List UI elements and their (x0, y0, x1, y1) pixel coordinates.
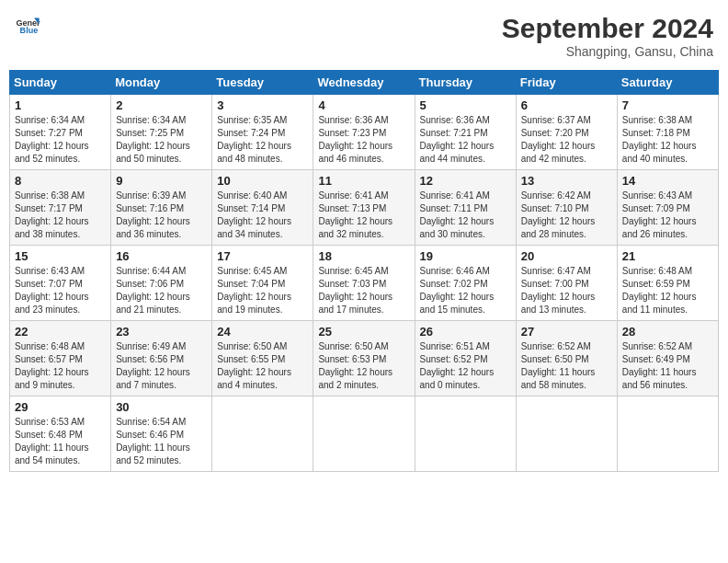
title-block: September 2024 Shangping, Gansu, China (502, 13, 713, 59)
day-info: Sunrise: 6:34 AM Sunset: 7:27 PM Dayligh… (15, 114, 106, 166)
day-number: 6 (521, 98, 612, 112)
calendar-cell: 12 Sunrise: 6:41 AM Sunset: 7:11 PM Dayl… (415, 170, 516, 246)
day-number: 20 (521, 249, 612, 263)
calendar-cell: 28 Sunrise: 6:52 AM Sunset: 6:49 PM Dayl… (617, 321, 718, 396)
calendar-cell: 14 Sunrise: 6:43 AM Sunset: 7:09 PM Dayl… (617, 170, 718, 246)
day-number: 3 (217, 98, 308, 112)
day-number: 21 (622, 249, 713, 263)
calendar-cell: 25 Sunrise: 6:50 AM Sunset: 6:53 PM Dayl… (313, 321, 415, 396)
location-subtitle: Shangping, Gansu, China (502, 44, 713, 59)
calendar-cell (212, 396, 313, 472)
calendar-cell: 3 Sunrise: 6:35 AM Sunset: 7:24 PM Dayli… (212, 95, 313, 170)
day-number: 13 (521, 174, 612, 188)
day-info: Sunrise: 6:38 AM Sunset: 7:17 PM Dayligh… (15, 190, 106, 241)
calendar-cell (415, 396, 516, 472)
day-info: Sunrise: 6:51 AM Sunset: 6:52 PM Dayligh… (420, 340, 511, 392)
day-info: Sunrise: 6:52 AM Sunset: 6:49 PM Dayligh… (622, 340, 713, 392)
calendar-cell: 7 Sunrise: 6:38 AM Sunset: 7:18 PM Dayli… (617, 95, 718, 170)
day-info: Sunrise: 6:36 AM Sunset: 7:23 PM Dayligh… (318, 114, 409, 166)
day-number: 7 (622, 98, 713, 112)
calendar-cell: 13 Sunrise: 6:42 AM Sunset: 7:10 PM Dayl… (516, 170, 617, 246)
day-number: 14 (622, 174, 713, 188)
calendar-cell (313, 396, 415, 472)
col-tuesday: Tuesday (212, 71, 313, 95)
calendar-cell: 1 Sunrise: 6:34 AM Sunset: 7:27 PM Dayli… (10, 95, 111, 170)
day-info: Sunrise: 6:39 AM Sunset: 7:16 PM Dayligh… (116, 190, 207, 241)
svg-text:Blue: Blue (20, 26, 39, 35)
calendar-cell: 9 Sunrise: 6:39 AM Sunset: 7:16 PM Dayli… (111, 170, 212, 246)
day-info: Sunrise: 6:53 AM Sunset: 6:48 PM Dayligh… (15, 416, 106, 467)
day-info: Sunrise: 6:41 AM Sunset: 7:11 PM Dayligh… (420, 190, 511, 241)
calendar-cell (617, 396, 718, 472)
day-info: Sunrise: 6:42 AM Sunset: 7:10 PM Dayligh… (521, 190, 612, 241)
day-info: Sunrise: 6:37 AM Sunset: 7:20 PM Dayligh… (521, 114, 612, 166)
calendar-cell: 22 Sunrise: 6:48 AM Sunset: 6:57 PM Dayl… (10, 321, 111, 396)
day-info: Sunrise: 6:54 AM Sunset: 6:46 PM Dayligh… (116, 416, 207, 467)
day-number: 27 (521, 325, 612, 339)
calendar-cell: 11 Sunrise: 6:41 AM Sunset: 7:13 PM Dayl… (313, 170, 415, 246)
day-info: Sunrise: 6:50 AM Sunset: 6:55 PM Dayligh… (217, 340, 308, 392)
day-info: Sunrise: 6:45 AM Sunset: 7:03 PM Dayligh… (318, 265, 409, 316)
calendar-cell: 16 Sunrise: 6:44 AM Sunset: 7:06 PM Dayl… (111, 246, 212, 321)
col-wednesday: Wednesday (313, 71, 415, 95)
day-info: Sunrise: 6:48 AM Sunset: 6:57 PM Dayligh… (15, 340, 106, 392)
page-header: General Blue September 2024 Shangping, G… (9, 9, 719, 63)
day-number: 9 (116, 174, 207, 188)
day-number: 12 (420, 174, 511, 188)
day-info: Sunrise: 6:46 AM Sunset: 7:02 PM Dayligh… (420, 265, 511, 316)
calendar-cell: 23 Sunrise: 6:49 AM Sunset: 6:56 PM Dayl… (111, 321, 212, 396)
calendar-cell: 17 Sunrise: 6:45 AM Sunset: 7:04 PM Dayl… (212, 246, 313, 321)
day-info: Sunrise: 6:44 AM Sunset: 7:06 PM Dayligh… (116, 265, 207, 316)
calendar-cell: 6 Sunrise: 6:37 AM Sunset: 7:20 PM Dayli… (516, 95, 617, 170)
day-number: 24 (217, 325, 308, 339)
calendar-cell: 4 Sunrise: 6:36 AM Sunset: 7:23 PM Dayli… (313, 95, 415, 170)
day-info: Sunrise: 6:43 AM Sunset: 7:07 PM Dayligh… (15, 265, 106, 316)
day-number: 8 (15, 174, 106, 188)
day-number: 11 (318, 174, 409, 188)
day-info: Sunrise: 6:45 AM Sunset: 7:04 PM Dayligh… (217, 265, 308, 316)
day-info: Sunrise: 6:35 AM Sunset: 7:24 PM Dayligh… (217, 114, 308, 166)
calendar-cell: 21 Sunrise: 6:48 AM Sunset: 6:59 PM Dayl… (617, 246, 718, 321)
day-info: Sunrise: 6:40 AM Sunset: 7:14 PM Dayligh… (217, 190, 308, 241)
day-number: 26 (420, 325, 511, 339)
day-info: Sunrise: 6:38 AM Sunset: 7:18 PM Dayligh… (622, 114, 713, 166)
logo-icon: General Blue (15, 13, 40, 39)
day-number: 18 (318, 249, 409, 263)
calendar-cell: 26 Sunrise: 6:51 AM Sunset: 6:52 PM Dayl… (415, 321, 516, 396)
calendar-cell: 18 Sunrise: 6:45 AM Sunset: 7:03 PM Dayl… (313, 246, 415, 321)
day-number: 23 (116, 325, 207, 339)
day-info: Sunrise: 6:43 AM Sunset: 7:09 PM Dayligh… (622, 190, 713, 241)
day-info: Sunrise: 6:41 AM Sunset: 7:13 PM Dayligh… (318, 190, 409, 241)
day-number: 30 (116, 400, 207, 414)
calendar-cell: 24 Sunrise: 6:50 AM Sunset: 6:55 PM Dayl… (212, 321, 313, 396)
col-sunday: Sunday (10, 71, 111, 95)
calendar-cell: 5 Sunrise: 6:36 AM Sunset: 7:21 PM Dayli… (415, 95, 516, 170)
logo: General Blue (15, 13, 40, 39)
calendar-cell: 20 Sunrise: 6:47 AM Sunset: 7:00 PM Dayl… (516, 246, 617, 321)
day-number: 1 (15, 98, 106, 112)
calendar-cell: 27 Sunrise: 6:52 AM Sunset: 6:50 PM Dayl… (516, 321, 617, 396)
day-info: Sunrise: 6:36 AM Sunset: 7:21 PM Dayligh… (420, 114, 511, 166)
calendar-cell: 10 Sunrise: 6:40 AM Sunset: 7:14 PM Dayl… (212, 170, 313, 246)
month-title: September 2024 (502, 13, 713, 44)
day-number: 4 (318, 98, 409, 112)
day-info: Sunrise: 6:34 AM Sunset: 7:25 PM Dayligh… (116, 114, 207, 166)
day-number: 22 (15, 325, 106, 339)
day-info: Sunrise: 6:52 AM Sunset: 6:50 PM Dayligh… (521, 340, 612, 392)
calendar-cell: 8 Sunrise: 6:38 AM Sunset: 7:17 PM Dayli… (10, 170, 111, 246)
day-number: 28 (622, 325, 713, 339)
day-number: 15 (15, 249, 106, 263)
day-info: Sunrise: 6:48 AM Sunset: 6:59 PM Dayligh… (622, 265, 713, 316)
calendar-cell: 19 Sunrise: 6:46 AM Sunset: 7:02 PM Dayl… (415, 246, 516, 321)
day-number: 17 (217, 249, 308, 263)
col-friday: Friday (516, 71, 617, 95)
calendar-cell (516, 396, 617, 472)
col-monday: Monday (111, 71, 212, 95)
calendar-table: Sunday Monday Tuesday Wednesday Thursday… (9, 70, 719, 472)
day-info: Sunrise: 6:49 AM Sunset: 6:56 PM Dayligh… (116, 340, 207, 392)
calendar-cell: 2 Sunrise: 6:34 AM Sunset: 7:25 PM Dayli… (111, 95, 212, 170)
day-number: 5 (420, 98, 511, 112)
col-saturday: Saturday (617, 71, 718, 95)
day-number: 16 (116, 249, 207, 263)
calendar-cell: 30 Sunrise: 6:54 AM Sunset: 6:46 PM Dayl… (111, 396, 212, 472)
